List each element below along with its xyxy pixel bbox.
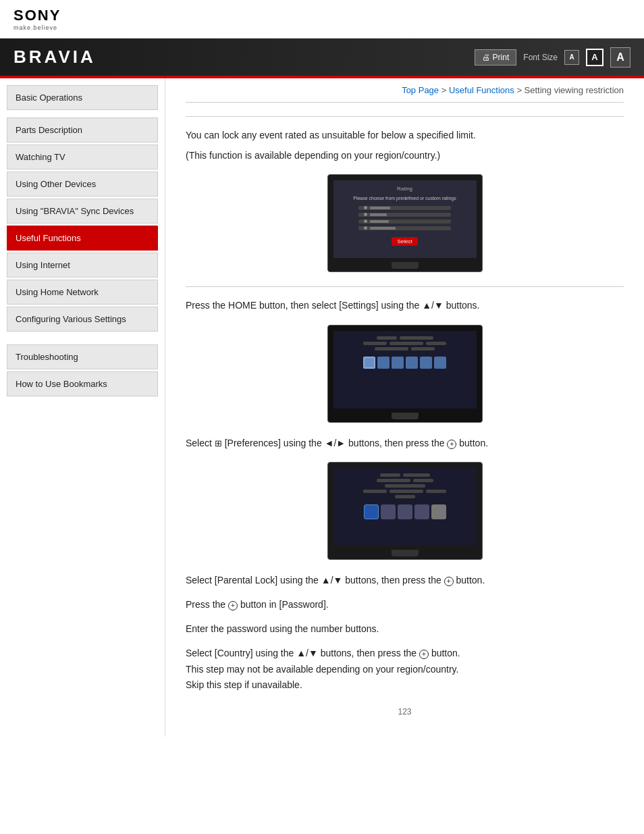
screenshot-settings xyxy=(186,325,624,425)
step2-pre: Select xyxy=(186,438,215,448)
step6-note1: This step may not be available depending… xyxy=(186,664,458,675)
pref-dot-row5 xyxy=(395,495,415,498)
grid-cell-5 xyxy=(420,357,432,369)
step6-note2: Skip this step if unavailable. xyxy=(186,679,302,690)
dot5 xyxy=(426,342,446,345)
sidebar-item-using-internet[interactable]: Using Internet xyxy=(7,253,158,278)
tv-stand2 xyxy=(392,413,419,419)
sidebar-item-parts-description[interactable]: Parts Description xyxy=(7,118,158,142)
breadcrumb-current: Setting viewing restriction xyxy=(525,85,624,95)
circle-plus-3: + xyxy=(228,601,238,610)
step2-instruction: Select ⊞ [Preferences] using the ◄/► but… xyxy=(186,436,624,452)
rating-option4 xyxy=(358,226,451,230)
sidebar-item-troubleshooting[interactable]: Troubleshooting xyxy=(7,344,158,369)
pref-icons-row xyxy=(364,504,446,519)
sidebar-item-how-to-use[interactable]: How to Use Bookmarks xyxy=(7,371,158,396)
content-area: Top Page > Useful Functions > Setting vi… xyxy=(165,78,644,737)
breadcrumb: Top Page > Useful Functions > Setting vi… xyxy=(186,85,624,95)
settings-grid xyxy=(363,357,446,369)
grid-cell-3 xyxy=(392,357,404,369)
pref-dot6 xyxy=(363,490,387,493)
sony-text: SONY xyxy=(14,7,61,24)
intro-text: You can lock any event rated as unsuitab… xyxy=(186,128,624,163)
breadcrumb-sep2: > xyxy=(516,85,524,95)
screen-inner-rating: Rating Please choose from predefined or … xyxy=(333,180,477,258)
grid-row1 xyxy=(363,357,446,369)
bravia-title: BRAVIA xyxy=(14,47,96,68)
pref-dot4 xyxy=(413,479,433,482)
sidebar-item-basic-operations[interactable]: Basic Operations xyxy=(7,85,158,110)
step5-instruction: Enter the password using the number butt… xyxy=(186,621,624,637)
main-layout: Basic Operations Parts Description Watch… xyxy=(0,78,644,737)
intro-line2: (This function is available depending on… xyxy=(186,148,624,163)
step6-instruction: Select [Country] using the ▲/▼ buttons, … xyxy=(186,646,624,694)
step4-instruction: Press the + button in [Password]. xyxy=(186,597,624,613)
pref-symbol: ⊞ xyxy=(215,438,222,448)
step2-post: [Preferences] using the ◄/► buttons, the… xyxy=(222,438,488,448)
printer-icon: 🖨 xyxy=(482,53,490,62)
rating-option2 xyxy=(358,213,451,217)
tv-image-rating: Rating Please choose from predefined or … xyxy=(327,174,483,272)
pref-icon-4 xyxy=(414,504,429,519)
page-number: 123 xyxy=(186,707,624,716)
pref-dot7 xyxy=(390,490,423,493)
pref-dot8 xyxy=(426,490,446,493)
sidebar-item-useful-functions[interactable]: Useful Functions xyxy=(7,226,158,251)
tv-stand3 xyxy=(392,550,419,556)
breadcrumb-useful-functions[interactable]: Useful Functions xyxy=(449,85,514,95)
divider-top2 xyxy=(186,116,624,117)
dot3 xyxy=(363,342,387,345)
rating-option1 xyxy=(358,206,451,210)
bravia-bar: BRAVIA 🖨 Print Font Size A A A xyxy=(0,38,644,78)
sony-logo: SONY make.believe xyxy=(14,7,630,31)
grid-cell-2 xyxy=(377,357,390,369)
pref-dot3 xyxy=(377,479,410,482)
dot-row2 xyxy=(363,342,446,345)
divider-mid1 xyxy=(186,286,624,287)
sidebar-item-using-other-devices[interactable]: Using Other Devices xyxy=(7,172,158,197)
pref-dot2 xyxy=(403,473,430,477)
dot6 xyxy=(375,347,408,350)
rating-option3 xyxy=(358,219,451,224)
dot-row1 xyxy=(377,336,433,340)
breadcrumb-sep1: > xyxy=(441,85,449,95)
circle-plus-4: + xyxy=(419,650,429,659)
circle-plus-1: + xyxy=(447,440,456,449)
tv-stand1 xyxy=(392,262,419,269)
sidebar-item-configuring-settings[interactable]: Configuring Various Settings xyxy=(7,307,158,332)
intro-line1: You can lock any event rated as unsuitab… xyxy=(186,128,624,142)
dot4 xyxy=(390,342,423,345)
circle-plus-2: + xyxy=(444,577,454,586)
grid-cell-1 xyxy=(363,357,375,369)
font-medium-button[interactable]: A xyxy=(586,49,603,66)
font-small-button[interactable]: A xyxy=(564,50,579,65)
sidebar-item-using-bravia-sync[interactable]: Using "BRAVIA" Sync Devices xyxy=(7,199,158,224)
screen-inner-settings xyxy=(333,331,477,409)
pref-dot1 xyxy=(380,473,400,477)
tv-image-settings xyxy=(327,325,483,423)
font-size-label: Font Size xyxy=(523,53,558,62)
dot2 xyxy=(400,336,433,340)
sony-tagline: make.believe xyxy=(14,24,57,31)
pref-dot-row2 xyxy=(377,479,433,482)
screen-inner-preferences xyxy=(333,468,477,546)
grid-cell-4 xyxy=(406,357,418,369)
sidebar-item-using-home-network[interactable]: Using Home Network xyxy=(7,280,158,305)
font-large-button[interactable]: A xyxy=(610,47,630,68)
step3-instruction: Select [Parental Lock] using the ▲/▼ but… xyxy=(186,573,624,589)
screenshot-preferences xyxy=(186,462,624,562)
pref-dot-row1 xyxy=(380,473,430,477)
rating-prompt: Please choose from predefined or custom … xyxy=(353,196,456,201)
breadcrumb-top-page[interactable]: Top Page xyxy=(402,85,439,95)
screenshot-rating: Rating Please choose from predefined or … xyxy=(186,174,624,274)
print-label: Print xyxy=(493,53,510,62)
print-button[interactable]: 🖨 Print xyxy=(475,49,517,66)
pref-dot5 xyxy=(385,484,425,488)
sidebar-item-watching-tv[interactable]: Watching TV xyxy=(7,145,158,170)
rating-title: Rating xyxy=(397,186,412,192)
pref-dot-row3 xyxy=(385,484,425,488)
rating-select-btn: Select xyxy=(392,237,417,246)
dot-row3 xyxy=(375,347,435,350)
bravia-controls: 🖨 Print Font Size A A A xyxy=(475,47,630,68)
pref-icon-2 xyxy=(381,504,396,519)
